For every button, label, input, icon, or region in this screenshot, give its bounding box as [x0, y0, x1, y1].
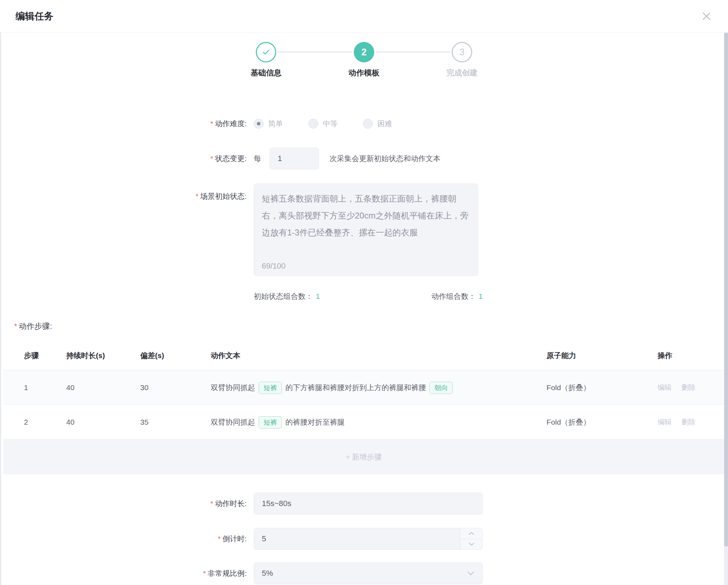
chevron-down-icon	[467, 571, 475, 576]
row-2-deviation: 35	[140, 418, 211, 426]
action-duration-input[interactable]	[254, 493, 483, 515]
header-operations: 操作	[658, 351, 724, 361]
scene-initial-state-row: *场景初始状态: 短裤五条数据背面朝上，五条数据正面朝上，裤腰朝右，离头部视野下…	[0, 184, 728, 276]
row-2-operations: 编辑 删除	[658, 417, 724, 427]
step-complete-creation: 3 完成创建	[420, 42, 504, 78]
difficulty-row: *动作难度: 简单 中等 困难	[0, 119, 728, 129]
row-1-action-text: 双臂协同抓起短裤的下方裤腿和裤腰对折到上方的裤腿和裤腰朝向	[211, 381, 547, 394]
radio-option-simple[interactable]: 简单	[254, 119, 283, 129]
row-2-atomic-ability: Fold（折叠）	[547, 417, 658, 427]
radio-label-simple: 简单	[268, 119, 283, 129]
row-1-operations: 编辑 删除	[658, 383, 724, 392]
action-duration-label: *动作时长:	[0, 499, 247, 509]
row-1-deviation: 30	[140, 383, 211, 392]
scene-initial-state-value: 短裤五条数据背面朝上，五条数据正面朝上，裤腰朝右，离头部视野下方至少20cm之外…	[262, 190, 470, 241]
initial-state-combo-count: 初始状态组合数：1	[254, 291, 320, 301]
number-spinner	[460, 528, 482, 549]
difficulty-radio-group: 简单 中等 困难	[254, 119, 418, 129]
unusual-ratio-label: *非常规比例:	[0, 568, 247, 578]
window-edge-light	[0, 23, 1, 585]
difficulty-label: *动作难度:	[0, 119, 247, 129]
table-row: 1 40 30 双臂协同抓起短裤的下方裤腿和裤腰对折到上方的裤腿和裤腰朝向 Fo…	[3, 370, 724, 405]
dialog-title: 编辑任务	[16, 10, 54, 23]
edit-link[interactable]: 编辑	[658, 383, 672, 392]
close-icon	[701, 10, 712, 22]
decrease-button[interactable]	[460, 539, 482, 550]
state-change-suffix: 次采集会更新初始状态和动作文本	[329, 154, 440, 164]
chevron-up-icon	[468, 531, 475, 536]
required-mark: *	[210, 499, 213, 507]
unusual-ratio-value: 5%	[262, 569, 273, 578]
increase-button[interactable]	[460, 528, 482, 539]
required-mark: *	[14, 322, 17, 331]
step-basic-info: 基础信息	[224, 42, 308, 78]
radio-checked-icon	[254, 119, 264, 129]
radio-option-medium[interactable]: 中等	[308, 119, 338, 129]
unusual-ratio-select[interactable]: 5%	[254, 562, 483, 584]
stepper: 基础信息 2 动作模板 3 完成创建	[266, 42, 462, 88]
header-step: 步骤	[3, 351, 66, 361]
state-change-row: *状态变更: 每 次采集会更新初始状态和动作文本	[0, 148, 728, 170]
state-change-input[interactable]	[270, 148, 319, 170]
step-1-label: 基础信息	[224, 68, 308, 78]
scene-initial-state-textarea[interactable]: 短裤五条数据背面朝上，五条数据正面朝上，裤腰朝右，离头部视野下方至少20cm之外…	[254, 184, 478, 276]
dialog-body: 基础信息 2 动作模板 3 完成创建 *动作难度: 简单 中等	[0, 42, 728, 584]
required-mark: *	[210, 119, 213, 128]
add-step-button[interactable]: + 新增步骤	[3, 439, 724, 474]
countdown-stepper	[254, 528, 483, 550]
edit-task-dialog: 编辑任务 基础信息 2 动作模板	[0, 0, 728, 585]
row-2-step: 2	[3, 418, 66, 426]
step-2-active-circle: 2	[354, 42, 374, 62]
action-steps-table: 步骤 持续时长(s) 偏差(s) 动作文本 原子能力 操作 1 40 30 双臂…	[3, 341, 724, 474]
required-mark: *	[196, 192, 198, 200]
header-deviation: 偏差(s)	[140, 351, 211, 361]
radio-unchecked-icon	[363, 119, 373, 129]
object-tag: 短裤	[259, 416, 282, 429]
unusual-ratio-row: *非常规比例: 5%	[0, 562, 728, 584]
radio-option-hard[interactable]: 困难	[363, 119, 392, 129]
row-1-step: 1	[3, 383, 66, 392]
radio-unchecked-icon	[308, 119, 318, 129]
scene-initial-state-label: *场景初始状态:	[0, 184, 247, 201]
initial-combo-value: 1	[316, 292, 320, 300]
state-change-label: *状态变更:	[0, 154, 247, 164]
step-2-label: 动作模板	[322, 68, 406, 78]
action-combo-count: 动作组合数：1	[431, 291, 483, 301]
combo-counts-row: 初始状态组合数：1 动作组合数：1	[0, 291, 728, 301]
chevron-down-icon	[468, 542, 475, 546]
countdown-label: *倒计时:	[0, 534, 247, 544]
table-row: 2 40 35 双臂协同抓起短裤的裤腰对折至裤腿 Fold（折叠） 编辑 删除	[3, 405, 724, 439]
step-1-done-circle	[256, 42, 276, 62]
state-change-prefix: 每	[254, 154, 261, 164]
check-icon	[261, 48, 271, 57]
object-tag: 短裤	[259, 382, 282, 394]
orientation-tag: 朝向	[430, 382, 453, 394]
dialog-header: 编辑任务	[0, 0, 728, 32]
delete-link[interactable]: 删除	[681, 383, 696, 392]
scrollbar-thumb[interactable]	[724, 33, 728, 546]
char-counter: 69/100	[262, 261, 285, 271]
step-action-template: 2 动作模板	[322, 42, 406, 78]
action-steps-section-label: *动作步骤:	[14, 321, 728, 332]
required-mark: *	[210, 154, 213, 162]
step-3-pending-circle: 3	[452, 42, 472, 62]
required-mark: *	[218, 535, 221, 543]
action-duration-row: *动作时长:	[0, 493, 728, 515]
required-mark: *	[203, 569, 206, 577]
row-2-action-text: 双臂协同抓起短裤的裤腰对折至裤腿	[211, 416, 547, 429]
table-header-row: 步骤 持续时长(s) 偏差(s) 动作文本 原子能力 操作	[3, 341, 724, 370]
delete-link[interactable]: 删除	[681, 417, 696, 427]
row-1-atomic-ability: Fold（折叠）	[547, 383, 658, 393]
countdown-row: *倒计时:	[0, 528, 728, 550]
step-3-label: 完成创建	[420, 68, 504, 78]
countdown-input[interactable]	[254, 528, 483, 550]
header-atomic-ability: 原子能力	[547, 351, 658, 361]
radio-label-medium: 中等	[323, 119, 338, 129]
edit-link[interactable]: 编辑	[658, 417, 672, 427]
header-action-text: 动作文本	[211, 351, 547, 361]
header-duration: 持续时长(s)	[66, 351, 140, 361]
row-1-duration: 40	[66, 383, 140, 392]
radio-label-hard: 困难	[377, 119, 392, 129]
action-combo-value: 1	[479, 292, 483, 300]
close-button[interactable]	[701, 10, 712, 22]
